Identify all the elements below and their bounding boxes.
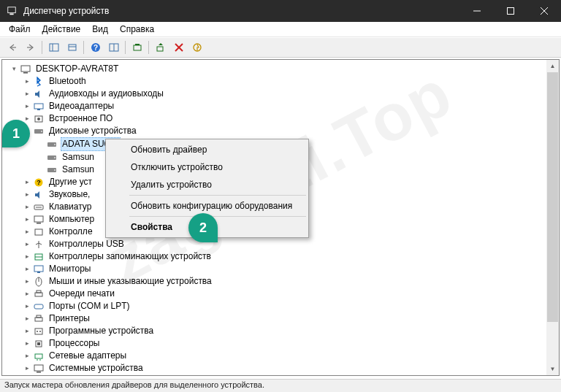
svg-point-29 [41,131,42,132]
svg-rect-63 [37,372,41,373]
node-label: Контроллеры USB [47,238,126,250]
chevron-right-icon[interactable]: ▸ [23,203,31,212]
chevron-right-icon[interactable]: ▸ [23,191,31,199]
svg-rect-50 [37,291,41,293]
node-disk-drives[interactable]: ▾Дисковые устройства [21,125,559,137]
usb-icon [33,239,45,250]
disk-drive-icon [46,139,58,150]
context-update-driver[interactable]: Обновить драйвер [107,141,307,158]
chevron-down-icon[interactable]: ▾ [9,65,18,74]
menu-file[interactable]: Файл [3,23,37,36]
sound-icon [33,189,45,201]
node-firmware[interactable]: ▸Встроенное ПО [21,112,559,125]
node-label: Samsun [61,164,96,176]
node-label: DESKTOP-AVRAT8T [34,63,120,75]
chevron-right-icon[interactable]: ▸ [23,315,31,323]
root-node[interactable]: ▾ DESKTOP-AVRAT8T [8,63,559,75]
node-ports[interactable]: ▸Порты (COM и LPT) [21,300,559,312]
svg-rect-41 [37,223,41,224]
svg-rect-54 [35,328,42,334]
node-label: Дисковые устройства [47,125,138,137]
chevron-right-icon[interactable]: ▸ [23,352,31,361]
node-mice[interactable]: ▸Мыши и иные указывающие устройства [21,275,559,288]
node-network[interactable]: ▸Сетевые адаптеры [21,350,559,362]
node-label: Контролле [47,226,94,238]
chevron-right-icon[interactable]: ▸ [23,277,31,286]
update-driver-toolbar-button[interactable] [129,39,145,55]
properties-toolbar-button[interactable] [64,39,80,55]
nav-forward-button[interactable] [22,39,39,55]
node-video[interactable]: ▸Видеоадаптеры [21,100,559,112]
chevron-right-icon[interactable]: ▸ [23,265,31,274]
display-adapter-icon [33,101,45,112]
network-adapter-icon [33,350,45,362]
node-print-queues[interactable]: ▸Очереди печати [21,288,559,300]
chevron-right-icon[interactable]: ▸ [23,253,31,261]
svg-point-56 [39,331,41,332]
node-label: Устройства HID (Human Interface Devices) [47,374,221,375]
show-hide-console-tree-button[interactable] [45,39,62,55]
node-printers[interactable]: ▸Принтеры [21,312,559,325]
svg-rect-0 [8,7,16,13]
context-uninstall-device[interactable]: Удалить устройство [107,176,307,193]
action-toolbar-button[interactable] [105,39,122,55]
node-processors[interactable]: ▸Процессоры [21,337,559,350]
node-storage-controllers[interactable]: ▸Контроллеры запоминающих устройств [21,250,559,263]
chevron-right-icon[interactable]: ▸ [23,215,31,224]
node-label: Очереди печати [47,288,116,300]
chevron-right-icon[interactable]: ▸ [23,240,31,249]
scroll-track[interactable] [546,72,559,363]
context-scan-hardware-changes[interactable]: Обновить конфигурацию оборудования [107,197,307,215]
vertical-scrollbar[interactable]: ▲ ▼ [546,60,559,375]
scroll-thumb[interactable] [547,72,558,322]
device-manager-icon [6,5,18,17]
window-title: Диспетчер устройств [23,6,460,16]
disk-drive-icon [33,126,45,137]
chevron-right-icon[interactable]: ▸ [23,77,31,86]
chevron-right-icon[interactable]: ▸ [23,364,31,373]
node-system-devices[interactable]: ▸Системные устройства [21,362,559,374]
scroll-down-button[interactable]: ▼ [546,363,559,375]
menu-view[interactable]: Вид [86,23,114,36]
help-button[interactable]: ? [87,39,104,55]
disk-drive-icon [46,152,58,164]
node-usb[interactable]: ▸Контроллеры USB [21,238,559,250]
scroll-up-button[interactable]: ▲ [546,60,559,72]
close-button[interactable] [527,0,561,22]
chevron-right-icon[interactable]: ▸ [23,228,31,237]
menu-action[interactable]: Действие [37,23,87,36]
uninstall-toolbar-button[interactable] [170,39,187,55]
svg-rect-49 [35,293,42,296]
chevron-right-icon[interactable]: ▸ [23,90,31,99]
audio-icon [33,88,45,100]
nav-back-button[interactable] [4,39,20,55]
chevron-right-icon[interactable]: ▸ [23,178,31,187]
chevron-right-icon[interactable]: ▸ [23,290,31,299]
node-label: Принтеры [47,312,91,325]
disable-toolbar-button[interactable] [188,39,205,55]
chevron-right-icon[interactable]: ▸ [23,339,31,348]
svg-point-31 [54,144,56,145]
maximize-button[interactable] [494,0,527,22]
node-label: Процессоры [47,337,102,350]
node-monitors[interactable]: ▸Мониторы [21,263,559,275]
svg-rect-62 [34,365,43,371]
minimize-button[interactable] [460,0,494,22]
status-text: Запуск мастера обновления драйверов для … [4,380,264,389]
chevron-right-icon[interactable]: ▸ [23,302,31,311]
node-audio[interactable]: ▸Аудиовходы и аудиовыходы [21,88,559,100]
context-disable-device[interactable]: Отключить устройство [107,158,307,176]
node-bluetooth[interactable]: ▸Bluetooth [21,75,559,88]
node-label: Bluetooth [47,75,88,88]
callout-label: 2 [199,220,207,236]
node-label: Клавиатур [47,201,93,213]
node-label: Системные устройства [47,362,145,374]
menu-help[interactable]: Справка [114,23,160,36]
scan-hardware-changes-button[interactable] [152,39,169,55]
printer-icon [33,288,45,300]
chevron-right-icon[interactable]: ▸ [23,102,31,111]
context-separator [129,216,306,217]
node-software-devices[interactable]: ▸Программные устройства [21,325,559,337]
chevron-right-icon[interactable]: ▸ [23,327,31,336]
node-hid-devices[interactable]: ▸Устройства HID (Human Interface Devices… [21,374,559,375]
